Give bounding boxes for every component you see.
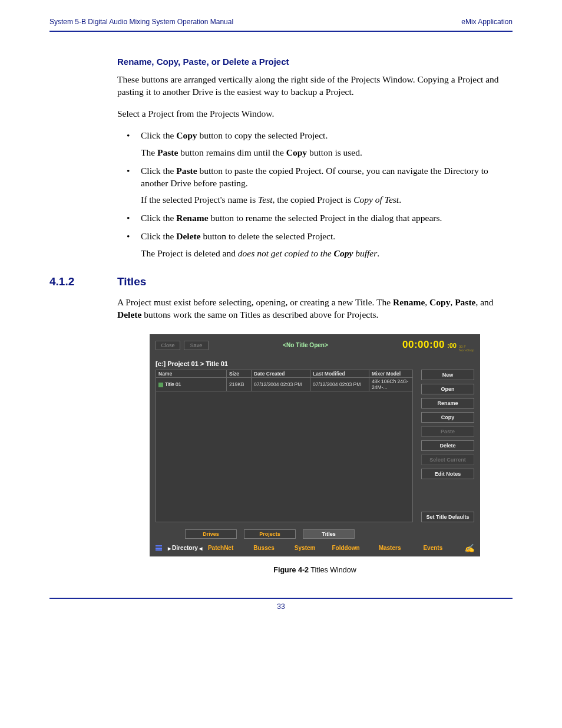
intro-paragraph-1: These buttons are arranged vertically al… (117, 74, 513, 98)
header-rule (49, 31, 513, 32)
section-title: Titles (117, 275, 146, 288)
tab-drives[interactable]: Drives (185, 529, 237, 539)
table-row[interactable]: Title 01 219KB 07/12/2004 02:03 PM 07/12… (156, 377, 413, 391)
tab-projects[interactable]: Projects (244, 529, 296, 539)
close-button[interactable]: Close (156, 341, 180, 350)
nav-system[interactable]: System (295, 545, 316, 551)
rename-button[interactable]: Rename (421, 398, 474, 409)
col-mixer-model[interactable]: Mixer Model (369, 370, 413, 377)
instruction-list: Click the Copy button to copy the select… (117, 130, 513, 260)
list-item: Click the Delete button to delete the se… (141, 230, 513, 260)
section-heading-row: 4.1.2 Titles (49, 275, 513, 288)
list-item: Click the Paste button to paste the copi… (141, 165, 513, 207)
nav-directory[interactable]: Directory (168, 545, 202, 551)
nav-busses[interactable]: Busses (253, 545, 275, 551)
tab-titles[interactable]: Titles (303, 529, 355, 539)
action-sidebar: New Open Rename Copy Paste Delete Select… (421, 370, 474, 522)
figure: Close Save <No Title Open> 00:00:00:00 3… (117, 334, 513, 574)
menu-icon[interactable] (156, 545, 162, 551)
delete-button[interactable]: Delete (421, 440, 474, 451)
copy-button[interactable]: Copy (421, 412, 474, 423)
bottom-nav: Directory PatchNet Busses System Folddow… (156, 543, 474, 553)
table-header-row: Name Size Date Created Last Modified Mix… (156, 370, 413, 377)
running-header: System 5-B Digital Audio Mixing System O… (49, 18, 513, 31)
table-empty-area (156, 391, 413, 522)
titles-window-screenshot: Close Save <No Title Open> 00:00:00:00 3… (150, 334, 480, 556)
nav-masters[interactable]: Masters (379, 545, 401, 551)
cursor-icon: ✍ (464, 543, 474, 553)
nav-folddown[interactable]: Folddown (332, 545, 359, 551)
save-button[interactable]: Save (184, 341, 209, 350)
page-number: 33 (49, 602, 513, 611)
header-left: System 5-B Digital Audio Mixing System O… (49, 18, 233, 26)
path-breadcrumb: [c:] Project 01 > Title 01 (156, 360, 474, 367)
intro-paragraph-2: Select a Project from the Projects Windo… (117, 108, 513, 120)
set-title-defaults-button[interactable]: Set Title Defaults (421, 512, 474, 522)
paste-button[interactable]: Paste (421, 426, 474, 437)
nav-events[interactable]: Events (423, 545, 442, 551)
nav-patchnet[interactable]: PatchNet (208, 545, 233, 551)
section-number: 4.1.2 (49, 275, 117, 288)
new-button[interactable]: New (421, 370, 474, 380)
subsection-heading: Rename, Copy, Paste, or Delete a Project (117, 57, 513, 67)
timecode-display: 00:00:00:00 30 F Non-Drop (402, 339, 474, 352)
select-current-button[interactable]: Select Current (421, 454, 474, 465)
list-item: Click the Rename button to rename the se… (141, 212, 513, 225)
titles-table: Name Size Date Created Last Modified Mix… (156, 370, 413, 522)
title-file-icon (158, 383, 163, 387)
col-name[interactable]: Name (156, 370, 227, 377)
col-size[interactable]: Size (227, 370, 252, 377)
col-date-created[interactable]: Date Created (252, 370, 310, 377)
figure-caption: Figure 4-2 Titles Window (117, 566, 513, 574)
titles-paragraph: A Project must exist before selecting, o… (117, 297, 513, 321)
col-last-modified[interactable]: Last Modified (310, 370, 369, 377)
edit-notes-button[interactable]: Edit Notes (421, 469, 474, 479)
location-tabs: Drives Projects Titles (156, 529, 474, 539)
open-button[interactable]: Open (421, 384, 474, 394)
open-title-indicator: <No Title Open> (283, 342, 328, 348)
list-item: Click the Copy button to copy the select… (141, 130, 513, 159)
footer-rule (49, 598, 513, 599)
header-right: eMix Application (461, 18, 513, 26)
